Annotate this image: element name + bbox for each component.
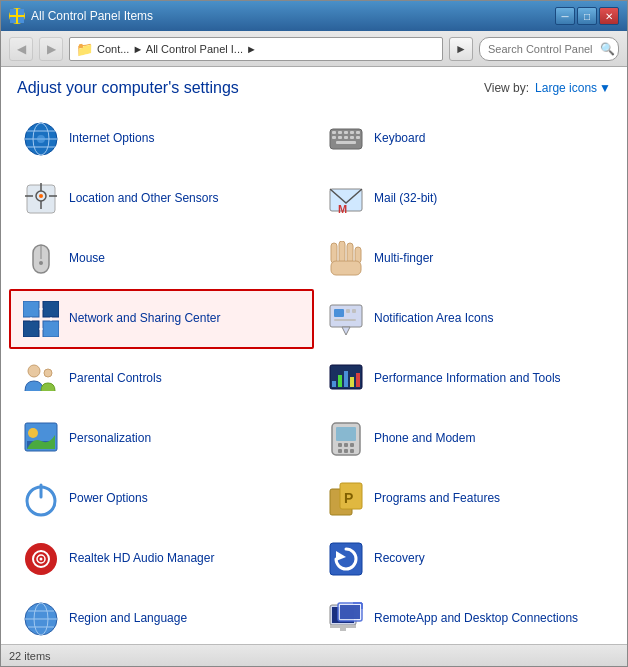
svg-rect-66 xyxy=(338,443,342,447)
svg-rect-20 xyxy=(356,136,360,139)
maximize-button[interactable]: □ xyxy=(577,7,597,25)
item-label-mail: Mail (32-bit) xyxy=(374,191,437,207)
item-keyboard[interactable]: Keyboard xyxy=(314,109,619,169)
view-by: View by: Large icons ▼ xyxy=(484,81,611,95)
item-label-performance-info: Performance Information and Tools xyxy=(374,371,561,387)
item-label-keyboard: Keyboard xyxy=(374,131,425,147)
svg-rect-15 xyxy=(356,131,360,134)
parental-icon xyxy=(21,359,61,399)
svg-point-54 xyxy=(44,369,52,377)
item-personalization[interactable]: Personalization xyxy=(9,409,314,469)
svg-rect-40 xyxy=(43,301,59,317)
item-label-notification-icons: Notification Area Icons xyxy=(374,311,493,327)
svg-rect-34 xyxy=(331,243,337,263)
phone-icon xyxy=(326,419,366,459)
power-icon xyxy=(21,479,61,519)
svg-rect-58 xyxy=(344,371,348,387)
item-label-network-sharing: Network and Sharing Center xyxy=(69,311,220,327)
recovery-icon xyxy=(326,539,366,579)
svg-rect-41 xyxy=(23,321,39,337)
item-internet-options[interactable]: Internet Options xyxy=(9,109,314,169)
item-realtek-audio[interactable]: Realtek HD Audio Manager xyxy=(9,529,314,589)
svg-point-80 xyxy=(40,558,43,561)
address-bar[interactable]: 📁 Cont... ► All Control Panel I... ► xyxy=(69,37,443,61)
svg-rect-35 xyxy=(339,241,345,263)
svg-rect-59 xyxy=(350,377,354,387)
svg-rect-71 xyxy=(350,449,354,453)
chevron-down-icon: ▼ xyxy=(599,81,611,95)
search-input[interactable] xyxy=(479,37,619,61)
view-by-selector[interactable]: Large icons ▼ xyxy=(535,81,611,95)
item-region-language[interactable]: Region and Language xyxy=(9,589,314,644)
svg-point-9 xyxy=(37,135,45,143)
svg-rect-90 xyxy=(330,625,356,628)
item-label-realtek-audio: Realtek HD Audio Manager xyxy=(69,551,214,567)
notification-icon xyxy=(326,299,366,339)
item-label-multifinger: Multi-finger xyxy=(374,251,433,267)
items-container: Internet Options Keyboard Location and O… xyxy=(1,105,627,644)
svg-rect-67 xyxy=(344,443,348,447)
page-title: Adjust your computer's settings xyxy=(17,79,239,97)
svg-rect-60 xyxy=(356,373,360,387)
item-performance-info[interactable]: Performance Information and Tools xyxy=(314,349,619,409)
svg-rect-57 xyxy=(338,375,342,387)
svg-rect-21 xyxy=(336,141,356,144)
svg-rect-11 xyxy=(332,131,336,134)
item-parental-controls[interactable]: Parental Controls xyxy=(9,349,314,409)
items-grid: Internet Options Keyboard Location and O… xyxy=(9,109,619,644)
minimize-button[interactable]: ─ xyxy=(555,7,575,25)
svg-rect-48 xyxy=(334,309,344,317)
audio-icon xyxy=(21,539,61,579)
performance-icon xyxy=(326,359,366,399)
item-recovery[interactable]: Recovery xyxy=(314,529,619,589)
svg-marker-52 xyxy=(342,327,350,335)
item-programs-features[interactable]: P Programs and Features xyxy=(314,469,619,529)
multifinger-icon xyxy=(326,239,366,279)
item-label-location-sensors: Location and Other Sensors xyxy=(69,191,218,207)
svg-rect-19 xyxy=(350,136,354,139)
item-label-phone-modem: Phone and Modem xyxy=(374,431,475,447)
item-network-sharing[interactable]: Network and Sharing Center xyxy=(9,289,314,349)
item-notification-icons[interactable]: Notification Area Icons xyxy=(314,289,619,349)
item-location-sensors[interactable]: Location and Other Sensors xyxy=(9,169,314,229)
forward-button[interactable]: ▶ xyxy=(39,37,63,61)
item-remoteapp[interactable]: RemoteApp and Desktop Connections xyxy=(314,589,619,644)
back-button[interactable]: ◀ xyxy=(9,37,33,61)
svg-point-53 xyxy=(28,365,40,377)
item-label-programs-features: Programs and Features xyxy=(374,491,500,507)
svg-rect-42 xyxy=(43,321,59,337)
window-controls: ─ □ ✕ xyxy=(555,7,619,25)
svg-point-63 xyxy=(28,428,38,438)
personalization-icon xyxy=(21,419,61,459)
item-multifinger[interactable]: Multi-finger xyxy=(314,229,619,289)
programs-icon: P xyxy=(326,479,366,519)
svg-rect-13 xyxy=(344,131,348,134)
search-icon[interactable]: 🔍 xyxy=(600,42,615,56)
svg-text:M: M xyxy=(338,203,347,215)
item-label-internet-options: Internet Options xyxy=(69,131,154,147)
item-power-options[interactable]: Power Options xyxy=(9,469,314,529)
item-label-personalization: Personalization xyxy=(69,431,151,447)
svg-rect-68 xyxy=(350,443,354,447)
item-mail[interactable]: M Mail (32-bit) xyxy=(314,169,619,229)
item-label-mouse: Mouse xyxy=(69,251,105,267)
svg-rect-91 xyxy=(340,628,346,631)
mail-icon: M xyxy=(326,179,366,219)
status-bar: 22 items xyxy=(1,644,627,666)
svg-rect-12 xyxy=(338,131,342,134)
svg-rect-51 xyxy=(334,319,356,321)
view-by-value: Large icons xyxy=(535,81,597,95)
item-mouse[interactable]: Mouse xyxy=(9,229,314,289)
close-button[interactable]: ✕ xyxy=(599,7,619,25)
svg-text:P: P xyxy=(344,490,353,506)
svg-rect-3 xyxy=(18,17,24,23)
title-bar: All Control Panel Items ─ □ ✕ xyxy=(1,1,627,31)
remoteapp-icon xyxy=(326,599,366,639)
status-text: 22 items xyxy=(9,650,51,662)
svg-point-33 xyxy=(39,261,43,265)
item-label-power-options: Power Options xyxy=(69,491,148,507)
go-button[interactable]: ► xyxy=(449,37,473,61)
toolbar: ◀ ▶ 📁 Cont... ► All Control Panel I... ►… xyxy=(1,31,627,67)
item-phone-modem[interactable]: Phone and Modem xyxy=(314,409,619,469)
address-path: Cont... ► All Control Panel I... ► xyxy=(97,43,257,55)
